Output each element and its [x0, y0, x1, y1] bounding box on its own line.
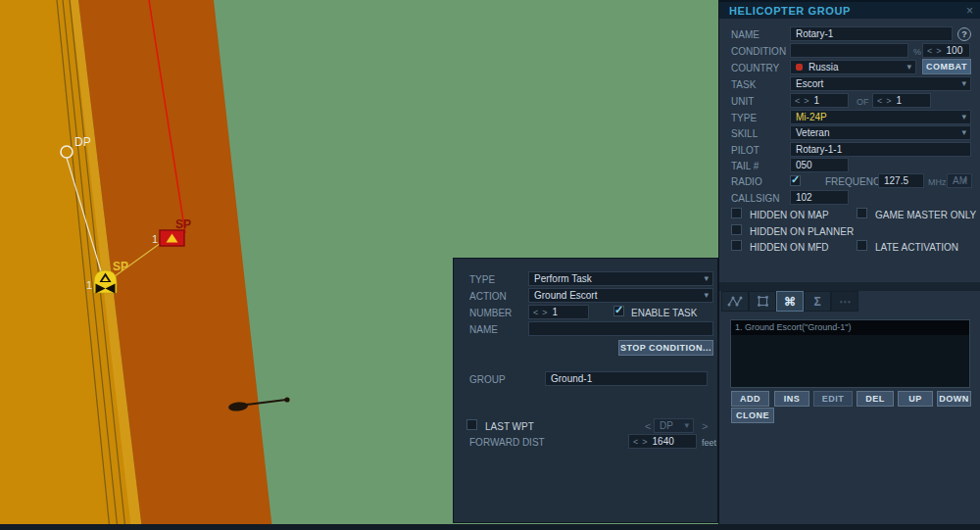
stepper-decrease-icon[interactable]: <: [531, 308, 540, 317]
pilot-value: Rotary-1-1: [796, 144, 842, 155]
hidden-on-map-label: HIDDEN ON MAP: [750, 209, 829, 221]
unit-number-value: 1: [811, 95, 820, 106]
country-dropdown[interactable]: Russia: [790, 60, 916, 74]
task-group-input[interactable]: Ground-1: [545, 371, 708, 386]
stepper-increase-icon[interactable]: >: [934, 46, 943, 56]
task-type-dropdown[interactable]: Perform Task: [528, 271, 713, 286]
type-value: Mi-24P: [796, 112, 827, 122]
clone-button[interactable]: CLONE: [731, 408, 774, 423]
stepper-increase-icon[interactable]: >: [640, 437, 649, 447]
tab-waypoints[interactable]: [721, 291, 749, 312]
tab-summary[interactable]: Σ: [804, 291, 831, 312]
helicopter-unit-icon[interactable]: [94, 270, 117, 294]
stepper-increase-icon[interactable]: >: [802, 96, 810, 106]
task-list-item[interactable]: 1. Ground Escort("Ground-1"): [731, 320, 969, 335]
callsign-input[interactable]: 102: [790, 190, 849, 205]
tab-placement[interactable]: [749, 291, 776, 312]
unit-count-stepper[interactable]: <>1: [872, 93, 931, 108]
tab-more[interactable]: ⋯: [831, 291, 858, 312]
task-dropdown[interactable]: Escort: [790, 76, 971, 91]
helicopter-group-panel: HELICOPTER GROUP × NAME Rotary-1 ? CONDI…: [718, 0, 980, 530]
stepper-decrease-icon[interactable]: <: [631, 437, 640, 447]
stop-condition-button[interactable]: STOP CONDITION...: [618, 340, 713, 356]
last-wpt-checkbox[interactable]: [466, 419, 477, 430]
task-type-value: Perform Task: [534, 273, 592, 284]
task-dialog: TYPE Perform Task ACTION Ground Escort N…: [453, 258, 718, 523]
forward-dist-value: 1640: [650, 436, 674, 447]
hidden-on-map-checkbox[interactable]: [731, 208, 742, 218]
task-action-dropdown[interactable]: Ground Escort: [528, 288, 713, 303]
task-number-value: 1: [550, 307, 559, 317]
radio-checkbox[interactable]: [790, 175, 801, 186]
wpt-prev-icon[interactable]: <: [643, 420, 653, 432]
callsign-label: CALLSIGN: [731, 192, 779, 206]
task-type-label: TYPE: [469, 273, 495, 287]
enable-task-checkbox[interactable]: [613, 306, 624, 316]
skill-label: SKILL: [731, 127, 758, 141]
task-value: Escort: [796, 78, 823, 89]
del-button[interactable]: DEL: [857, 391, 894, 407]
task-label: TASK: [731, 78, 756, 92]
stepper-decrease-icon[interactable]: <: [925, 46, 934, 56]
wpt-selector-value: DP: [660, 420, 673, 431]
hidden-on-mfd-checkbox[interactable]: [731, 240, 742, 251]
hidden-on-mfd-label: HIDDEN ON MFD: [750, 241, 829, 254]
forward-dist-unit: feet: [702, 436, 716, 450]
frequency-input[interactable]: 127.5: [878, 173, 924, 188]
tail-number-label: TAIL #: [731, 160, 759, 173]
game-master-only-checkbox[interactable]: [857, 208, 867, 218]
name-input[interactable]: Rotary-1: [790, 26, 953, 41]
hidden-on-planner-checkbox[interactable]: [731, 224, 742, 235]
hidden-on-planner-label: HIDDEN ON PLANNER: [750, 225, 854, 238]
heli-sp-label: SP: [113, 260, 128, 273]
condition-stepper-value: 100: [944, 45, 963, 56]
condition-percent: %: [913, 45, 921, 59]
condition-input[interactable]: [790, 43, 908, 58]
ins-button[interactable]: INS: [774, 391, 809, 407]
mhz-label: MHz: [928, 175, 947, 189]
task-name-input[interactable]: [528, 321, 713, 336]
tab-advanced-actions[interactable]: ⌘: [776, 291, 804, 312]
frequency-value: 127.5: [884, 175, 908, 186]
close-icon[interactable]: ×: [966, 4, 973, 18]
stepper-increase-icon[interactable]: >: [884, 96, 893, 106]
wpt-selector-dropdown[interactable]: DP: [654, 418, 694, 433]
condition-stepper[interactable]: <>100: [922, 43, 970, 58]
combat-button[interactable]: COMBAT: [922, 59, 971, 74]
task-group-value: Ground-1: [551, 373, 592, 384]
pilot-label: PILOT: [731, 144, 760, 158]
forward-dist-stepper[interactable]: <>1640: [628, 434, 697, 449]
late-activation-checkbox[interactable]: [857, 240, 867, 251]
up-button[interactable]: UP: [898, 391, 933, 407]
pilot-input[interactable]: Rotary-1-1: [790, 142, 971, 157]
wpt-next-icon[interactable]: >: [700, 420, 710, 432]
ground-sp-label: SP: [175, 217, 191, 231]
frame-icon: [756, 295, 770, 308]
late-activation-label: LATE ACTIVATION: [875, 241, 958, 254]
ground-unit-number: 1: [152, 233, 158, 245]
stepper-decrease-icon[interactable]: <: [875, 96, 884, 106]
task-number-stepper[interactable]: <>1: [528, 305, 589, 319]
modulation-dropdown[interactable]: AM: [947, 173, 972, 188]
ground-unit-icon[interactable]: [160, 230, 184, 246]
modulation-value: AM: [953, 175, 967, 186]
condition-label: CONDITION: [731, 45, 786, 59]
type-dropdown[interactable]: Mi-24P: [790, 110, 971, 124]
unit-number-stepper[interactable]: <>1: [790, 93, 849, 108]
tail-number-value: 050: [796, 160, 812, 170]
task-list[interactable]: 1. Ground Escort("Ground-1"): [730, 319, 970, 388]
tail-number-input[interactable]: 050: [790, 158, 849, 172]
last-wpt-label: LAST WPT: [485, 420, 534, 433]
skill-dropdown[interactable]: Veteran: [790, 125, 971, 140]
edit-button[interactable]: EDIT: [813, 391, 853, 407]
add-button[interactable]: ADD: [731, 391, 769, 407]
stepper-increase-icon[interactable]: >: [540, 308, 549, 317]
down-button[interactable]: DOWN: [937, 391, 971, 407]
panel-header: HELICOPTER GROUP ×: [719, 0, 980, 19]
help-icon[interactable]: ?: [957, 27, 971, 41]
task-action-value: Ground Escort: [534, 290, 597, 301]
country-value: Russia: [808, 62, 839, 72]
skill-value: Veteran: [796, 127, 829, 138]
unit-count-value: 1: [894, 95, 903, 106]
stepper-decrease-icon[interactable]: <: [793, 96, 802, 106]
